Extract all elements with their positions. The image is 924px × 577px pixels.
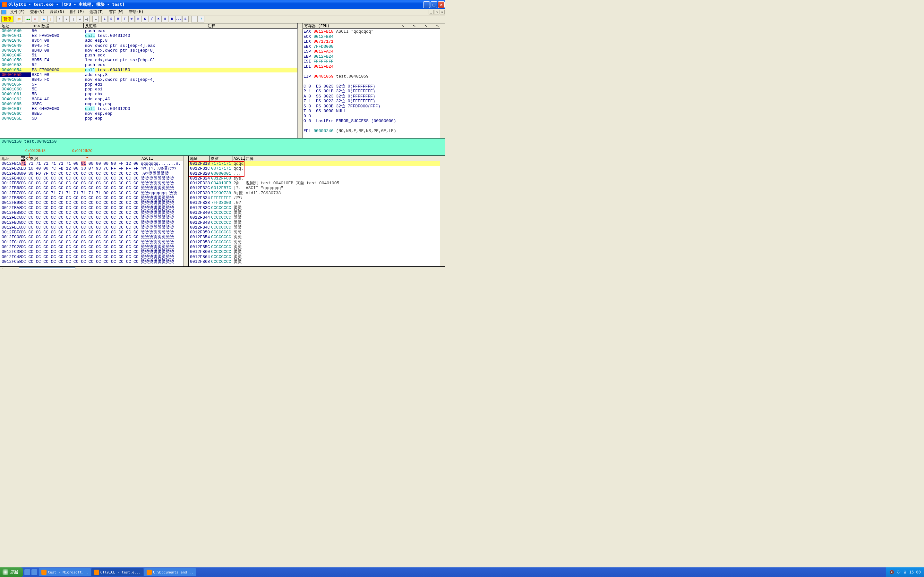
stack-row[interactable]: 0012FB54CCCCCCCC烫烫	[189, 235, 440, 239]
stack-row[interactable]: 0012FB5CCCCCCCCC烫烫	[189, 245, 440, 250]
hex-row[interactable]: 0012FB28EB 10 40 00 7C FB 12 00 38 07 93…	[0, 166, 183, 171]
stack-row[interactable]: 0012FB28004010EB?@.返回到 test.004010EB 来自 …	[189, 181, 440, 185]
disasm-row[interactable]: 0040105352push edx	[0, 63, 297, 67]
stack-row[interactable]: 0012FB58CCCCCCCC烫烫	[189, 240, 440, 245]
window-S-button[interactable]: S	[182, 16, 189, 23]
hex-row[interactable]: 0012FB3800 30 FD 7F CC CC CC CC CC CC CC…	[0, 171, 183, 176]
mdi-restore[interactable]: ❐	[434, 10, 439, 15]
scrollbar[interactable]	[297, 23, 302, 138]
hex-row[interactable]: 0012FC28CC CC CC CC CC CC CC CC CC CC CC…	[0, 245, 183, 250]
col-address[interactable]: 地址	[0, 23, 31, 28]
disasm-row[interactable]: 004010653BECcmp ebp,esp	[0, 102, 297, 106]
window-...-button[interactable]: ...	[176, 16, 182, 23]
hexdump-pane[interactable]: 地址 HEX 数据 ASCII 0012FB1871 71 71 71 71 7…	[0, 156, 189, 267]
scrollbar[interactable]	[440, 156, 445, 266]
minimize-button[interactable]: _	[423, 1, 430, 8]
trace-into-icon[interactable]: ⤵	[70, 16, 76, 23]
stack-row[interactable]: 0012FB307C9307388▯擅ntdll.7C930738	[189, 191, 440, 195]
disasm-row[interactable]: 0040104F51push ecx	[0, 53, 297, 58]
disasm-row[interactable]: 00401067E8 64020000call test.004012D0	[0, 106, 297, 111]
hex-row[interactable]: 0012FB68CC CC CC CC CC CC CC CC CC CC CC…	[0, 185, 183, 190]
scrollbar[interactable]	[183, 156, 188, 266]
hex-col-addr[interactable]: 地址	[0, 156, 20, 161]
help-icon[interactable]: ?	[198, 16, 204, 23]
stack-pane[interactable]: 地址 数值 ASCII 注释 0012FB1871717171qqqq0012F…	[189, 156, 445, 267]
stack-row[interactable]: 0012FB34FFFFFFFFｿｿｿｿ	[189, 195, 440, 200]
step-over-icon[interactable]: ↷	[63, 16, 69, 23]
disasm-row[interactable]: 004010605Epop esi	[0, 87, 297, 92]
stack-col-ascii[interactable]: ASCII	[233, 156, 244, 161]
stack-row[interactable]: 0012FB4CCCCCCCCC烫烫	[189, 225, 440, 230]
mdi-close[interactable]: ×	[439, 10, 445, 15]
command-input[interactable]	[19, 268, 75, 269]
stack-row[interactable]: 0012FB48CCCCCCCC烫烫	[189, 220, 440, 225]
hex-row[interactable]: 0012FBC8CC CC CC CC CC CC CC CC CC CC CC…	[0, 215, 183, 220]
open-icon[interactable]: 📂	[16, 16, 23, 23]
hex-row[interactable]: 0012FBB8CC CC CC CC CC CC CC CC CC CC CC…	[0, 210, 183, 215]
window-C-button[interactable]: C	[142, 16, 148, 23]
hex-row[interactable]: 0012FC08CC CC CC CC CC CC CC CC CC CC CC…	[0, 235, 183, 239]
window-/-button[interactable]: /	[149, 16, 155, 23]
menu-plugins[interactable]: 插件(P)	[67, 9, 87, 15]
hex-row[interactable]: 0012FBF8CC CC CC CC CC CC CC CC CC CC CC…	[0, 230, 183, 235]
execute-till-icon[interactable]: →|	[83, 16, 90, 23]
maximize-button[interactable]: □	[431, 1, 437, 8]
menu-window[interactable]: 窗口(W)	[107, 9, 126, 15]
col-hex[interactable]: HEX 数据	[31, 23, 84, 28]
restart-icon[interactable]: ◀◀	[25, 16, 31, 23]
step-into-icon[interactable]: ↴	[57, 16, 63, 23]
hex-row[interactable]: 0012FBA8CC CC CC CC CC CC CC CC CC CC CC…	[0, 205, 183, 210]
settings-icon[interactable]: ☰	[191, 16, 198, 23]
disasm-row[interactable]: 0040106C8BE5mov esp,ebp	[0, 111, 297, 116]
hex-row[interactable]: 0012FC18CC CC CC CC CC CC CC CC CC CC CC…	[0, 240, 183, 245]
stack-col-val[interactable]: 数值	[210, 156, 233, 161]
stack-row[interactable]: 0012FB2C0012FB7C|?.ASCII "qqqqqqq"	[189, 185, 440, 190]
window-B-button[interactable]: B	[162, 16, 168, 23]
disassembly-pane[interactable]: 地址 HEX 数据 反汇编 注释 0040104050push eax00401…	[0, 23, 303, 139]
disasm-row[interactable]: 0040105B8B45 FCmov eax,dword ptr ss:[ebp…	[0, 77, 297, 82]
disasm-row[interactable]: 00401041E8 FA010000call test.00401240	[0, 33, 297, 38]
hex-row[interactable]: 0012FC58CC CC CC CC CC CC CC CC CC CC CC…	[0, 259, 183, 264]
stack-row[interactable]: 0012FB64CCCCCCCC烫烫	[189, 255, 440, 259]
menu-file[interactable]: 文件(F)	[8, 9, 27, 15]
stack-row[interactable]: 0012FB2000000001...	[189, 171, 440, 176]
hex-row[interactable]: 0012FBE8CC CC CC CC CC CC CC CC CC CC CC…	[0, 225, 183, 230]
disasm-row[interactable]: 0040106E5Dpop ebp	[0, 116, 297, 121]
stack-col-addr[interactable]: 地址	[189, 156, 210, 161]
hex-row[interactable]: 0012FBD8CC CC CC CC CC CC CC CC CC CC CC…	[0, 220, 183, 225]
hex-row[interactable]: 0012FC38CC CC CC CC CC CC CC CC CC CC CC…	[0, 250, 183, 254]
stop-icon[interactable]: ✕	[32, 16, 38, 23]
trace-over-icon[interactable]: ⤻	[77, 16, 83, 23]
disasm-row[interactable]: 0040104050push eax	[0, 29, 297, 33]
disasm-row[interactable]: 004010508D55 F4lea edx,dword ptr ss:[ebp…	[0, 58, 297, 63]
col-comment[interactable]: 注释	[206, 23, 297, 28]
disasm-row[interactable]: 004010498945 FCmov dword ptr ss:[ebp-4],…	[0, 43, 297, 48]
disasm-row[interactable]: 004010615Bpop ebx	[0, 92, 297, 97]
hex-row[interactable]: 0012FC48CC CC CC CC CC CC CC CC CC CC CC…	[0, 255, 183, 259]
pause-icon[interactable]: ‖	[47, 16, 54, 23]
window-R-button[interactable]: R	[169, 16, 175, 23]
hex-row[interactable]: 0012FB98CC CC CC CC CC CC CC CC CC CC CC…	[0, 200, 183, 205]
stack-row[interactable]: 0012FB50CCCCCCCC烫烫	[189, 230, 440, 235]
stack-row[interactable]: 0012FB1871717171qqqq	[189, 161, 440, 166]
registers-pane[interactable]: 寄存器 (FPU) < < < < EAX 0012FB18 ASCII "qq…	[303, 23, 445, 139]
hex-row[interactable]: 0012FB58CC CC CC CC CC CC CC CC CC CC CC…	[0, 181, 183, 185]
stack-row[interactable]: 0012FB40CCCCCCCC烫烫	[189, 210, 440, 215]
menu-options[interactable]: 选项(T)	[87, 9, 107, 15]
stack-row[interactable]: 0012FB1C00717171qqq.	[189, 166, 440, 171]
hex-col-ascii[interactable]: ASCII	[140, 156, 183, 161]
disasm-row[interactable]: 00401054E8 F7000000call test.00401150	[0, 68, 297, 73]
hex-row[interactable]: 0012FB48CC CC CC CC CC CC CC CC CC CC CC…	[0, 176, 183, 181]
goto-icon[interactable]: →	[92, 16, 99, 23]
window-L-button[interactable]: L	[102, 16, 108, 23]
menu-help[interactable]: 帮助(H)	[126, 9, 146, 15]
stack-row[interactable]: 0012FB44CCCCCCCC烫烫	[189, 215, 440, 220]
disasm-row[interactable]: 0040106283C4 4Cadd esp,4C	[0, 97, 297, 102]
window-K-button[interactable]: K	[155, 16, 162, 23]
stack-row[interactable]: 0012FB60CCCCCCCC烫烫	[189, 250, 440, 254]
mdi-minimize[interactable]: _	[429, 10, 434, 15]
col-disasm[interactable]: 反汇编	[84, 23, 206, 28]
hex-row[interactable]: 0012FB1871 71 71 71 71 71 71 00 01 00 00…	[0, 161, 183, 166]
hex-row[interactable]: 0012FB78CC CC CC CC 71 71 71 71 71 71 71…	[0, 191, 183, 195]
disasm-row[interactable]: 0040105983C4 08add esp,8	[0, 73, 297, 77]
